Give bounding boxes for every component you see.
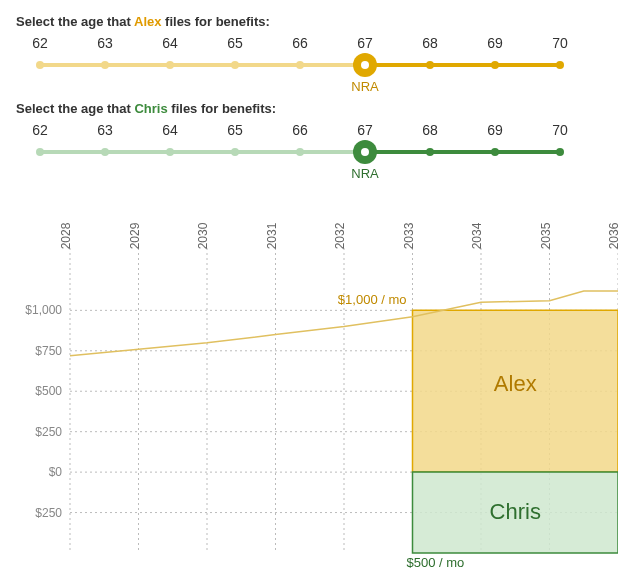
age-tick-66[interactable] <box>296 61 304 69</box>
age-tick-69[interactable] <box>491 61 499 69</box>
prompt-alex-pre: Select the age that <box>16 14 134 29</box>
prompt-alex-post: files for benefits: <box>161 14 269 29</box>
prompt-alex-name: Alex <box>134 14 161 29</box>
slider-alex: Select the age that Alex files for benef… <box>10 14 618 83</box>
age-label-68: 68 <box>422 122 438 138</box>
nra-label-chris: NRA <box>351 166 378 181</box>
y-tick-label-4: $0 <box>49 465 63 479</box>
age-tick-70[interactable] <box>556 61 564 69</box>
age-tick-68[interactable] <box>426 61 434 69</box>
age-label-70: 70 <box>552 35 568 51</box>
slider-knob-alex[interactable] <box>353 53 377 77</box>
nra-label-alex: NRA <box>351 79 378 94</box>
age-label-66: 66 <box>292 122 308 138</box>
age-label-63: 63 <box>97 35 113 51</box>
age-tick-68[interactable] <box>426 148 434 156</box>
age-tick-64[interactable] <box>166 148 174 156</box>
slider-knob-hole <box>361 148 369 156</box>
year-label-2029: 2029 <box>128 222 142 249</box>
prompt-chris-pre: Select the age that <box>16 101 134 116</box>
year-label-2035: 2035 <box>539 222 553 249</box>
age-tick-62[interactable] <box>36 148 44 156</box>
slider-track-left <box>40 63 365 67</box>
age-label-69: 69 <box>487 35 503 51</box>
age-tick-62[interactable] <box>36 61 44 69</box>
age-label-64: 64 <box>162 35 178 51</box>
age-label-69: 69 <box>487 122 503 138</box>
prompt-chris-name: Chris <box>134 101 167 116</box>
slider-chris: Select the age that Chris files for bene… <box>10 101 618 170</box>
age-tick-70[interactable] <box>556 148 564 156</box>
slider-knob-hole <box>361 61 369 69</box>
age-label-63: 63 <box>97 122 113 138</box>
y-tick-label-3: $250 <box>35 425 62 439</box>
slider-track-right <box>365 150 560 154</box>
age-label-62: 62 <box>32 35 48 51</box>
year-label-2028: 2028 <box>59 222 73 249</box>
y-tick-label-2: $500 <box>35 384 62 398</box>
age-slider-chris[interactable]: 626364656667686970NRA <box>40 122 560 170</box>
callout-alex: $1,000 / mo <box>338 292 407 307</box>
age-label-67: 67 <box>357 35 373 51</box>
year-label-2030: 2030 <box>196 222 210 249</box>
age-tick-64[interactable] <box>166 61 174 69</box>
age-slider-alex[interactable]: 626364656667686970NRA <box>40 35 560 83</box>
year-label-2036: 2036 <box>607 222 618 249</box>
age-tick-66[interactable] <box>296 148 304 156</box>
area-label-alex: Alex <box>494 371 537 396</box>
age-label-67: 67 <box>357 122 373 138</box>
year-label-2031: 2031 <box>265 222 279 249</box>
age-tick-69[interactable] <box>491 148 499 156</box>
year-label-2034: 2034 <box>470 222 484 249</box>
prompt-chris: Select the age that Chris files for bene… <box>16 101 618 116</box>
area-label-chris: Chris <box>490 499 541 524</box>
age-label-62: 62 <box>32 122 48 138</box>
age-tick-63[interactable] <box>101 148 109 156</box>
y-tick-label-5: $250 <box>35 506 62 520</box>
age-tick-63[interactable] <box>101 61 109 69</box>
slider-knob-chris[interactable] <box>353 140 377 164</box>
age-label-68: 68 <box>422 35 438 51</box>
prompt-alex: Select the age that Alex files for benef… <box>16 14 618 29</box>
y-tick-label-1: $750 <box>35 344 62 358</box>
prompt-chris-post: files for benefits: <box>168 101 276 116</box>
year-label-2033: 2033 <box>402 222 416 249</box>
age-label-64: 64 <box>162 122 178 138</box>
age-label-70: 70 <box>552 122 568 138</box>
age-label-66: 66 <box>292 35 308 51</box>
age-tick-65[interactable] <box>231 61 239 69</box>
age-label-65: 65 <box>227 122 243 138</box>
benefit-chart: 202820292030203120322033203420352036$1,0… <box>10 188 618 568</box>
slider-track-left <box>40 150 365 154</box>
age-label-65: 65 <box>227 35 243 51</box>
callout-chris: $500 / mo <box>407 555 465 568</box>
y-tick-label-0: $1,000 <box>25 303 62 317</box>
year-label-2032: 2032 <box>333 222 347 249</box>
slider-track-right <box>365 63 560 67</box>
age-tick-65[interactable] <box>231 148 239 156</box>
